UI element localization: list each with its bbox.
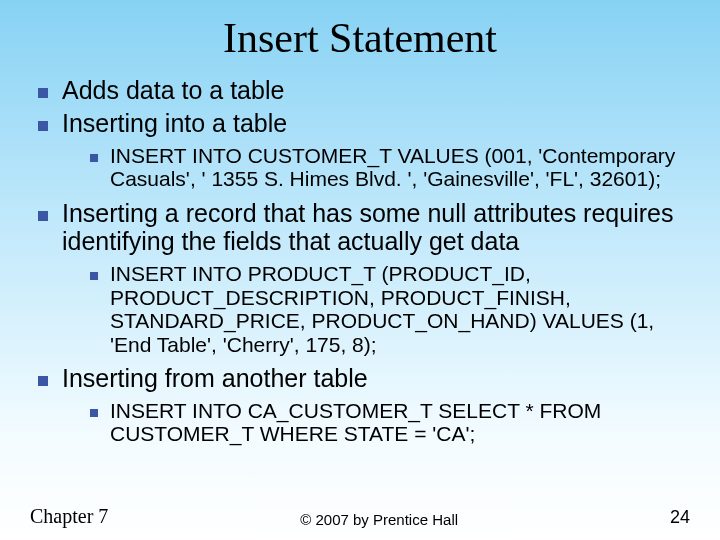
bullet-text: Adds data to a table — [62, 76, 284, 104]
bullet-text: Inserting from another table — [62, 364, 368, 392]
sub-bullet-list: INSERT INTO PRODUCT_T (PRODUCT_ID, PRODU… — [62, 262, 690, 356]
slide-title: Insert Statement — [30, 14, 690, 62]
sub-bullet-text: INSERT INTO CUSTOMER_T VALUES (001, 'Con… — [110, 144, 675, 191]
bullet-text: Inserting a record that has some null at… — [62, 199, 673, 256]
slide: Insert Statement Adds data to a table In… — [0, 0, 720, 540]
bullet-list: Adds data to a table Inserting into a ta… — [30, 76, 690, 446]
bullet-from-another-table: Inserting from another table INSERT INTO… — [36, 364, 690, 446]
page-number: 24 — [650, 507, 690, 528]
sub-bullet-text: INSERT INTO PRODUCT_T (PRODUCT_ID, PRODU… — [110, 262, 654, 356]
sql-insert-select: INSERT INTO CA_CUSTOMER_T SELECT * FROM … — [88, 399, 690, 446]
sub-bullet-list: INSERT INTO CUSTOMER_T VALUES (001, 'Con… — [62, 144, 690, 191]
bullet-inserting-into-table: Inserting into a table INSERT INTO CUSTO… — [36, 109, 690, 191]
copyright-text: © 2007 by Prentice Hall — [108, 511, 650, 528]
chapter-label: Chapter 7 — [30, 505, 108, 528]
sql-insert-product: INSERT INTO PRODUCT_T (PRODUCT_ID, PRODU… — [88, 262, 690, 356]
bullet-adds-data: Adds data to a table — [36, 76, 690, 105]
footer: Chapter 7 © 2007 by Prentice Hall 24 — [0, 505, 720, 528]
bullet-text: Inserting into a table — [62, 109, 287, 137]
bullet-null-attributes: Inserting a record that has some null at… — [36, 199, 690, 357]
sql-insert-customer: INSERT INTO CUSTOMER_T VALUES (001, 'Con… — [88, 144, 690, 191]
sub-bullet-text: INSERT INTO CA_CUSTOMER_T SELECT * FROM … — [110, 399, 601, 446]
sub-bullet-list: INSERT INTO CA_CUSTOMER_T SELECT * FROM … — [62, 399, 690, 446]
